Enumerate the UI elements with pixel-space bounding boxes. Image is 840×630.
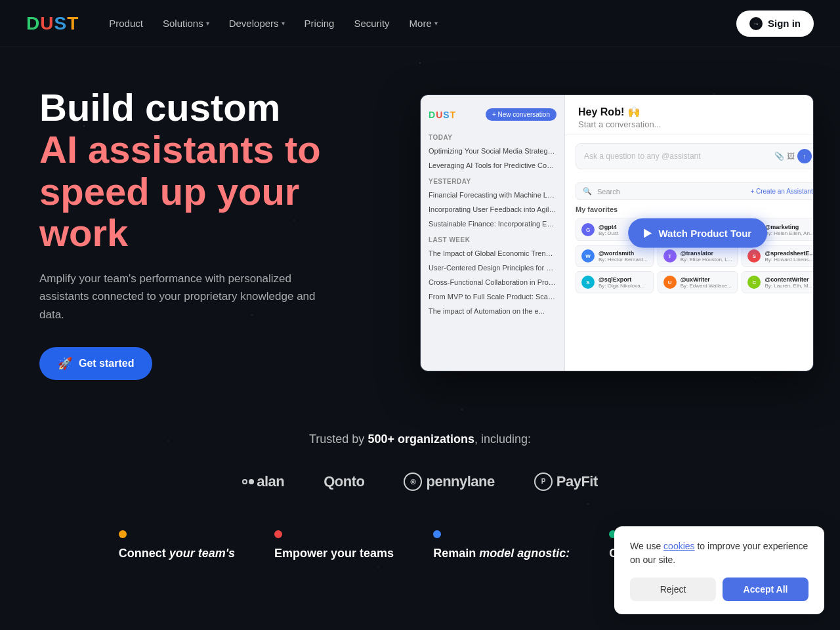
payfit-logo: P PayFit — [534, 472, 598, 491]
hero-right: DUST + New conversation TODAY Optimizing… — [420, 94, 814, 371]
nav-pricing[interactable]: Pricing — [297, 12, 343, 34]
list-item[interactable]: S@spreadsheetE...By: Howard Linens... — [742, 245, 814, 267]
nav-solutions[interactable]: Solutions ▾ — [155, 12, 217, 34]
list-item[interactable]: T@translatorBy: Elise Houston, L... — [658, 245, 738, 267]
image-icon[interactable]: 🖼 — [787, 152, 795, 161]
app-sidebar: DUST + New conversation TODAY Optimizing… — [421, 95, 565, 371]
nav-right: → Sign in — [736, 10, 814, 37]
app-main-header: Hey Rob! 🙌 Start a conversation... — [565, 95, 814, 135]
app-main: Hey Rob! 🙌 Start a conversation... Ask a… — [565, 95, 814, 371]
list-item[interactable]: Incorporating User Feedback into Agile..… — [421, 202, 564, 217]
play-overlay: Watch Product Tour — [629, 219, 768, 248]
rocket-icon: 🚀 — [58, 356, 72, 371]
alan-logo: alan — [242, 473, 284, 490]
sidebar-yesterday-label: YESTERDAY — [421, 173, 564, 188]
chat-placeholder: Ask a question to any @assistant — [584, 152, 774, 161]
sidebar-lastweek-list: The Impact of Global Economic Trends o..… — [421, 246, 564, 318]
person-icon: → — [749, 17, 763, 30]
sidebar-lastweek-label: LAST WEEK — [421, 231, 564, 246]
list-item[interactable]: S@sqlExportBy: Olga Nikolova... — [576, 271, 654, 293]
list-item[interactable]: From MVP to Full Scale Product: Scaling.… — [421, 289, 564, 304]
list-item[interactable]: User-Centered Design Principles for Enh.… — [421, 261, 564, 275]
nav-more[interactable]: More ▾ — [402, 12, 446, 34]
logo-u: U — [40, 13, 52, 34]
cookie-buttons: Reject Accept All — [630, 578, 808, 601]
create-assistant-link[interactable]: + Create an Assistant — [750, 188, 812, 195]
list-item[interactable]: U@uxWriterBy: Edward Wallace... — [658, 271, 738, 293]
list-item[interactable]: W@wordsmithBy: Hector Bernard... — [576, 245, 654, 267]
nav-developers[interactable]: Developers ▾ — [221, 12, 293, 34]
hero-title: Build custom AI assistants to speed up y… — [39, 87, 394, 254]
chat-input-area[interactable]: Ask a question to any @assistant 📎 🖼 ↑ — [576, 143, 814, 169]
alan-dot-2 — [249, 479, 254, 484]
chevron-down-icon: ▾ — [434, 20, 438, 27]
logo[interactable]: D U S T — [26, 13, 77, 34]
attachment-icon[interactable]: 📎 — [774, 152, 784, 161]
nav-product[interactable]: Product — [101, 12, 151, 34]
hero-left: Build custom AI assistants to speed up y… — [39, 87, 394, 380]
feature-empower: Empower your teams — [274, 530, 394, 561]
hero-title-line1: Build custom — [39, 87, 394, 129]
search-bar: 🔍 Search + Create an Assistant — [576, 182, 814, 200]
pennylane-icon: ◎ — [404, 472, 422, 491]
sidebar-today-label: TODAY — [421, 129, 564, 144]
greeting: Hey Rob! 🙌 — [578, 106, 814, 118]
cookies-link[interactable]: cookies — [663, 541, 694, 551]
search-placeholder: Search — [597, 188, 745, 196]
search-icon: 🔍 — [583, 187, 592, 196]
hero-title-line2: AI assistants to — [39, 129, 394, 171]
qonto-logo: Qonto — [324, 473, 364, 490]
chevron-down-icon: ▾ — [282, 20, 285, 27]
list-item[interactable]: C@contentWriterBy: Lauren, Eth, M... — [742, 271, 814, 293]
product-screenshot: DUST + New conversation TODAY Optimizing… — [420, 94, 814, 371]
logos-row: alan Qonto ◎ pennylane P PayFit — [26, 472, 814, 491]
nav-security[interactable]: Security — [346, 12, 397, 34]
app-logo-small: DUST — [429, 110, 455, 120]
new-conversation-button[interactable]: + New conversation — [486, 108, 556, 121]
list-item[interactable]: Optimizing Your Social Media Strategy f.… — [421, 144, 564, 158]
feature-model-agnostic: Remain model agnostic: — [433, 530, 570, 561]
app-sidebar-header: DUST + New conversation — [421, 103, 564, 129]
send-button[interactable]: ↑ — [797, 149, 812, 163]
alan-dot-1 — [242, 479, 247, 484]
model-agnostic-title: Remain model agnostic: — [433, 546, 570, 561]
hero-subtitle: Amplify your team's performance with per… — [39, 270, 328, 324]
chevron-down-icon: ▾ — [206, 20, 209, 27]
logo-s: S — [54, 13, 66, 34]
watch-product-tour-button[interactable]: Watch Product Tour — [629, 219, 768, 248]
list-item[interactable]: The Impact of Global Economic Trends o..… — [421, 246, 564, 261]
reject-cookies-button[interactable]: Reject — [630, 578, 716, 601]
cookie-banner: We use cookies to improve your experienc… — [614, 526, 824, 614]
chat-input-actions: 📎 🖼 ↑ — [774, 149, 812, 163]
sign-in-button[interactable]: → Sign in — [736, 10, 814, 37]
list-item[interactable]: Leveraging AI Tools for Predictive Cons.… — [421, 158, 564, 173]
get-started-button[interactable]: 🚀 Get started — [39, 347, 152, 380]
favorites-label: My favorites — [576, 205, 814, 213]
alan-dots — [242, 479, 254, 484]
logo-d: D — [26, 13, 39, 34]
sidebar-yesterday-list: Financial Forecasting with Machine Lear.… — [421, 188, 564, 231]
play-icon — [644, 228, 652, 238]
list-item[interactable]: The impact of Automation on the e... — [421, 304, 564, 318]
navigation: D U S T Product Solutions ▾ Developers ▾… — [0, 0, 840, 47]
pennylane-logo: ◎ pennylane — [404, 472, 494, 491]
accept-cookies-button[interactable]: Accept All — [723, 578, 808, 601]
payfit-icon: P — [534, 472, 553, 491]
nav-links: Product Solutions ▾ Developers ▾ Pricing… — [101, 12, 446, 34]
logo-t: T — [67, 13, 77, 34]
list-item[interactable]: Cross-Functional Collaboration in Produ.… — [421, 275, 564, 289]
list-item[interactable]: Financial Forecasting with Machine Lear.… — [421, 188, 564, 202]
connect-icon — [119, 530, 127, 538]
empower-icon — [274, 530, 282, 538]
hero-section: Build custom AI assistants to speed up y… — [0, 47, 840, 406]
screenshot-inner: DUST + New conversation TODAY Optimizing… — [421, 95, 813, 371]
empower-title: Empower your teams — [274, 546, 394, 561]
nav-left: D U S T Product Solutions ▾ Developers ▾… — [26, 12, 446, 34]
trusted-section: Trusted by 500+ organizations, including… — [0, 406, 840, 504]
list-item[interactable]: Sustainable Finance: Incorporating Envir… — [421, 217, 564, 231]
connect-title: Connect your team's — [119, 546, 235, 561]
model-agnostic-icon — [433, 530, 441, 538]
cookie-text: We use cookies to improve your experienc… — [630, 539, 808, 567]
feature-connect: Connect your team's — [119, 530, 235, 561]
start-conversation-text: Start a conversation... — [578, 119, 814, 129]
